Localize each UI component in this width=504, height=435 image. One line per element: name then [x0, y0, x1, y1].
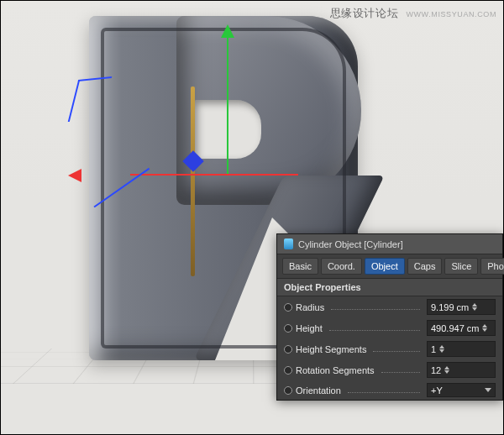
tab-slice[interactable]: Slice: [444, 258, 478, 275]
rotation-segments-label: Rotation Segments: [296, 365, 375, 375]
radius-label: Radius: [296, 302, 324, 312]
dots: [373, 346, 420, 352]
tab-basic[interactable]: Basic: [282, 258, 318, 275]
spinner[interactable]: [472, 301, 479, 313]
watermark-url: WWW.MISSYUAN.COM: [406, 10, 496, 18]
radius-value: 9.199 cm: [431, 302, 469, 312]
spinner[interactable]: [439, 343, 446, 355]
dots: [381, 367, 420, 373]
panel-title: Cylinder Object [Cylinder]: [298, 239, 403, 249]
dots: [329, 325, 420, 331]
rotation-segments-input[interactable]: 12: [427, 362, 496, 378]
dots: [331, 304, 420, 310]
cylinder-icon: [284, 238, 293, 249]
chevron-down-icon: [485, 388, 491, 396]
cylinder-object[interactable]: [191, 86, 195, 276]
orientation-value: +Y: [431, 385, 443, 396]
viewport-3d[interactable]: 思缘设计论坛 WWW.MISSYUAN.COM Cylinder Object …: [0, 0, 504, 435]
field-height-row: Height 490.947 cm: [277, 317, 502, 338]
radius-input[interactable]: 9.199 cm: [427, 299, 496, 315]
param-toggle[interactable]: [284, 303, 292, 312]
orientation-label: Orientation: [296, 385, 341, 396]
orientation-select[interactable]: +Y: [427, 383, 496, 397]
panel-tabs: Basic Coord. Object Caps Slice Phong: [277, 254, 502, 279]
height-segments-label: Height Segments: [296, 344, 366, 354]
tab-phong[interactable]: Phong: [480, 258, 504, 275]
spinner[interactable]: [444, 364, 451, 376]
height-label: Height: [296, 323, 323, 333]
axis-x-arrowhead: [61, 169, 81, 182]
field-height-segments-row: Height Segments 1: [277, 338, 502, 359]
height-segments-value: 1: [431, 344, 436, 354]
height-value: 490.947 cm: [431, 323, 479, 333]
field-rotation-segments-row: Rotation Segments 12: [277, 359, 502, 380]
height-input[interactable]: 490.947 cm: [427, 320, 496, 336]
spinner[interactable]: [482, 322, 489, 334]
section-title: Object Properties: [277, 279, 502, 296]
tab-object[interactable]: Object: [365, 258, 405, 275]
param-toggle[interactable]: [284, 386, 292, 395]
field-radius-row: Radius 9.199 cm: [277, 296, 502, 317]
attributes-panel: Cylinder Object [Cylinder] Basic Coord. …: [276, 233, 503, 401]
param-toggle[interactable]: [284, 366, 292, 375]
dots: [348, 387, 420, 393]
height-segments-input[interactable]: 1: [427, 341, 496, 357]
field-orientation-row: Orientation +Y: [277, 380, 502, 400]
rotation-segments-value: 12: [431, 365, 441, 375]
tab-coord[interactable]: Coord.: [321, 258, 362, 275]
tab-caps[interactable]: Caps: [407, 258, 443, 275]
panel-header: Cylinder Object [Cylinder]: [277, 234, 502, 254]
param-toggle[interactable]: [284, 324, 292, 333]
param-toggle[interactable]: [284, 345, 292, 354]
